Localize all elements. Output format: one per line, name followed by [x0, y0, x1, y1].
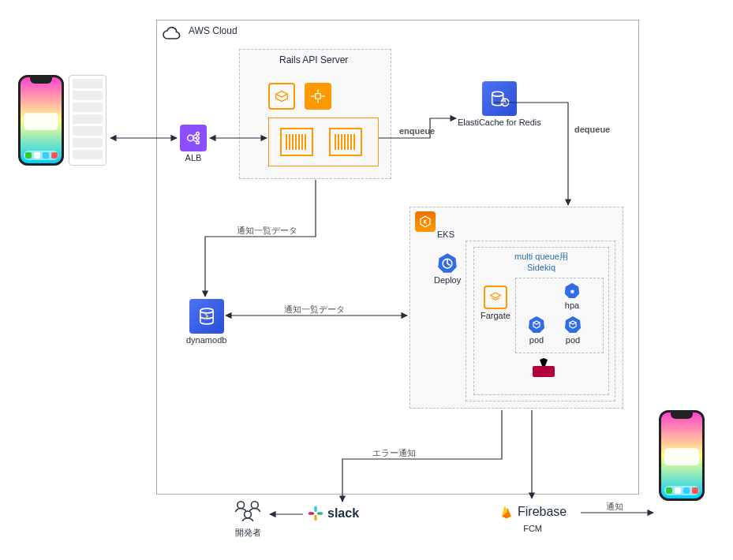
people-icon: [230, 498, 265, 525]
svg-rect-32: [309, 512, 314, 515]
pods-group: ⎈ hpa pod pod: [515, 278, 604, 353]
svg-rect-0: [316, 94, 321, 99]
ecs-service-icon: [268, 83, 295, 110]
svg-point-19: [492, 91, 503, 96]
cloud-icon: [162, 24, 181, 43]
eks-title: EKS: [437, 230, 454, 239]
pod1-label: pod: [529, 335, 544, 345]
eks-icon: [415, 211, 436, 232]
fargate-node: Fargate: [481, 286, 510, 320]
aws-cloud-title: AWS Cloud: [189, 25, 237, 36]
ecs-scaling-box: [305, 83, 331, 110]
k8s-pod-icon: [563, 315, 582, 334]
svg-point-16: [196, 133, 200, 136]
sidekiq-group-title: multi queue用 Sidekiq: [474, 251, 608, 272]
svg-point-33: [237, 502, 245, 509]
pod2-label: pod: [566, 335, 580, 345]
rails-api-group: Rails API Server: [239, 49, 391, 179]
ecs-task-2: [329, 128, 362, 156]
fargate-label: Fargate: [481, 311, 510, 320]
eks-deploy-label: Deploy: [434, 275, 461, 285]
svg-rect-29: [314, 506, 317, 512]
sidekiq-node: [533, 366, 555, 377]
dynamodb-node: dynamodb: [186, 299, 226, 345]
firebase-icon: [499, 502, 514, 522]
hpa-node: ⎈ hpa: [563, 282, 581, 310]
alb-node: ALB: [180, 125, 207, 162]
svg-point-21: [200, 308, 213, 313]
slack-logo: slack: [307, 505, 359, 522]
k8s-pod-icon: [527, 315, 546, 334]
ecs-task-group: [268, 118, 379, 166]
fargate-icon: [484, 286, 507, 309]
developers-label: 開発者: [235, 527, 261, 539]
svg-point-17: [196, 136, 200, 140]
firebase-logo: Firebase: [499, 502, 567, 522]
client-phone-left: [18, 75, 107, 166]
k8s-hpa-icon: ⎈: [563, 282, 581, 299]
firebase-node: Firebase FCM: [499, 502, 567, 533]
dynamodb-icon: [189, 299, 224, 334]
svg-rect-30: [317, 512, 323, 515]
svg-point-34: [251, 502, 258, 509]
edge-notify-label: 通知: [606, 502, 623, 511]
developers-node: 開発者: [230, 498, 265, 539]
ecs-scaling-icon: [305, 83, 331, 110]
svg-text:⎈: ⎈: [570, 288, 574, 295]
phone-list-mock-icon: [69, 75, 107, 166]
phone-mock-icon: [18, 75, 64, 166]
slack-icon: [307, 505, 324, 522]
svg-marker-22: [421, 216, 430, 227]
sidekiq-group: multi queue用 Sidekiq Fargate ⎈ hpa: [473, 247, 609, 395]
svg-rect-31: [314, 515, 317, 521]
phone-mock-icon: [659, 410, 705, 501]
hpa-label: hpa: [565, 301, 579, 310]
firebase-fcm-label: FCM: [523, 524, 542, 533]
ecs-service-box: [268, 83, 295, 110]
firebase-brand: Firebase: [518, 505, 567, 519]
rails-api-title: Rails API Server: [279, 54, 348, 65]
elasticache-label: ElastiCache for Redis: [458, 118, 541, 127]
eks-group: EKS Deploy multi queue用 Sidekiq Fargate: [410, 207, 623, 409]
slack-node: slack: [307, 505, 359, 522]
alb-label: ALB: [185, 153, 202, 162]
alb-icon: [180, 125, 207, 151]
k8s-deploy-icon: [436, 252, 458, 274]
svg-point-18: [196, 141, 200, 144]
ecs-task-1: [280, 128, 313, 156]
sidekiq-icon: [533, 366, 555, 377]
svg-point-35: [245, 511, 252, 518]
slack-brand: slack: [327, 506, 359, 521]
elasticache-icon: [482, 81, 517, 116]
pod1-node: pod: [527, 315, 546, 345]
eks-deploy-node: Deploy: [434, 252, 461, 285]
pod2-node: pod: [563, 315, 582, 345]
dynamodb-label: dynamodb: [186, 335, 226, 345]
client-phone-right: [659, 410, 705, 501]
elasticache-node: ElastiCache for Redis: [458, 81, 541, 127]
